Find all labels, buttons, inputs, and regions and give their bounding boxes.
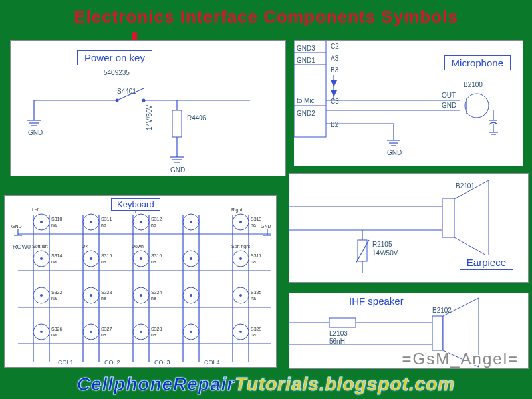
footer-b: Tutorials.blogspot.com — [235, 374, 455, 394]
pin-gnd1: GND1 — [297, 57, 315, 64]
mic-id: B2100 — [464, 81, 483, 88]
svg-rect-44 — [432, 316, 443, 350]
ihf-val: 56nH — [329, 338, 345, 345]
svg-text:S312: S312 — [151, 217, 162, 221]
svg-text:na: na — [251, 332, 256, 337]
gnd1: GND — [28, 129, 43, 136]
panel-microphone: Microphone GND3 GND1 to Mic GND2 C2 A3 B… — [294, 40, 523, 166]
svg-point-70 — [140, 221, 142, 223]
svg-text:Left: Left — [32, 207, 40, 212]
svg-text:na: na — [151, 223, 156, 227]
svg-point-99 — [239, 257, 242, 260]
svg-rect-7 — [172, 110, 182, 137]
pin-b2: B2 — [331, 121, 339, 128]
pin-c3: C3 — [331, 98, 339, 105]
page-title: Electronics Interface Components Symbols — [0, 7, 532, 27]
resistor-id: R4406 — [187, 114, 207, 122]
svg-text:S326: S326 — [51, 327, 62, 331]
pin-gnd2: GND2 — [297, 110, 315, 117]
svg-rect-35 — [442, 199, 454, 237]
svg-point-130 — [140, 331, 142, 333]
svg-marker-36 — [454, 180, 489, 257]
svg-point-61 — [40, 221, 43, 223]
svg-point-0 — [116, 99, 119, 102]
svg-text:na: na — [101, 223, 106, 227]
footer-a: CellphoneRepair — [77, 374, 235, 394]
col2: COL2 — [104, 359, 120, 366]
svg-text:na: na — [251, 259, 256, 264]
svg-point-26 — [465, 94, 489, 118]
svg-text:S315: S315 — [101, 253, 112, 258]
footer-url: CellphoneRepairTutorials.blogspot.com — [0, 374, 532, 395]
svg-text:OK: OK — [82, 244, 88, 249]
svg-text:S323: S323 — [101, 290, 112, 295]
svg-rect-12 — [294, 41, 326, 137]
ihf-id: B2102 — [432, 307, 452, 314]
svg-text:na: na — [251, 296, 256, 301]
svg-text:na: na — [51, 259, 57, 264]
svg-point-87 — [90, 257, 92, 260]
ear-id: B2101 — [456, 182, 475, 190]
svg-point-134 — [190, 331, 192, 333]
pin-b3: B3 — [331, 66, 339, 74]
svg-point-1 — [142, 99, 146, 102]
svg-text:na: na — [51, 332, 57, 337]
svg-text:na: na — [101, 332, 106, 337]
col4: COL4 — [204, 359, 220, 366]
row0: ROW0 — [13, 243, 31, 250]
ihf-part: L2103 — [329, 330, 348, 337]
svg-point-104 — [40, 294, 43, 297]
svg-text:S325: S325 — [251, 290, 261, 295]
svg-text:GND: GND — [11, 224, 22, 229]
svg-text:Right: Right — [231, 207, 242, 213]
svg-text:na: na — [251, 223, 256, 227]
pin-gnd3: GND3 — [297, 45, 315, 52]
mic-label: Microphone — [444, 55, 511, 70]
svg-text:S314: S314 — [51, 253, 62, 258]
svg-text:S324: S324 — [151, 290, 162, 295]
svg-text:S328: S328 — [151, 327, 162, 331]
pin-tomic: to Mic — [297, 97, 315, 104]
svg-text:S317: S317 — [251, 253, 261, 258]
switch-id: S4401 — [117, 88, 136, 95]
pin-c2: C2 — [331, 43, 339, 50]
svg-text:S316: S316 — [151, 253, 162, 258]
mic-out: OUT — [442, 92, 456, 99]
svg-point-118 — [239, 294, 242, 297]
panel-power-on-key: Power on key 5409235 S4401 GND R4406 14V… — [10, 40, 286, 176]
svg-point-66 — [90, 221, 92, 223]
pin-a3: A3 — [331, 55, 339, 62]
svg-text:GND: GND — [261, 224, 271, 229]
power-label: Power on key — [77, 50, 152, 65]
ihf-label: IHF speaker — [349, 295, 404, 307]
svg-point-136 — [239, 331, 242, 333]
ear-part: R2105 — [372, 241, 392, 248]
svg-point-77 — [239, 221, 242, 223]
svg-point-75 — [190, 221, 192, 223]
panel-keyboard: Keyboard S310naLeftS311naS312naUpS313naR… — [4, 195, 277, 368]
svg-text:na: na — [101, 296, 106, 301]
svg-text:Down: Down — [132, 244, 144, 249]
svg-point-108 — [90, 294, 92, 297]
svg-rect-43 — [329, 318, 356, 327]
credit-text: =GsM_Angel= — [402, 350, 519, 368]
svg-marker-17 — [331, 80, 337, 87]
svg-text:Soft left: Soft left — [32, 244, 48, 249]
svg-point-122 — [40, 331, 43, 333]
svg-point-92 — [140, 257, 142, 260]
mic-gnd: GND — [442, 102, 456, 109]
svg-point-82 — [40, 257, 43, 260]
ear-volt: 14V/50V — [372, 249, 398, 257]
panel-earpiece: Earpiece B2101 R2105 14V/50V — [289, 173, 529, 283]
svg-text:S322: S322 — [51, 290, 62, 295]
gnd2: GND — [170, 166, 185, 174]
col3: COL3 — [154, 359, 170, 366]
col1: COL1 — [58, 359, 74, 366]
svg-text:Soft right: Soft right — [231, 244, 250, 249]
ear-label: Earpiece — [460, 255, 513, 270]
svg-text:S327: S327 — [101, 327, 112, 331]
svg-text:S311: S311 — [101, 217, 112, 221]
svg-text:S310: S310 — [51, 217, 62, 221]
svg-text:S329: S329 — [251, 327, 261, 331]
mic-gnd-b: GND — [387, 149, 402, 156]
